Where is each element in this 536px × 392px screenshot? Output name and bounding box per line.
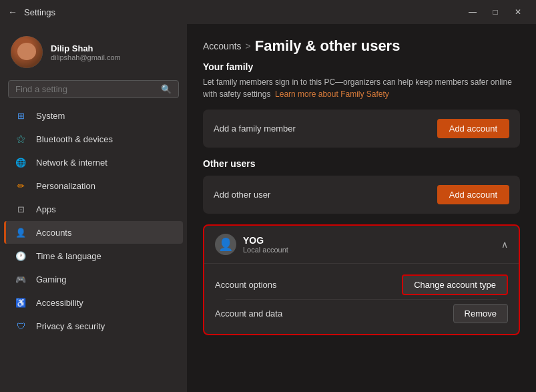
add-family-label: Add a family member <box>214 124 296 134</box>
user-card-options: Account options Change account type Acco… <box>204 263 519 334</box>
sidebar-item-personalization[interactable]: ✏Personalization <box>4 174 183 197</box>
content-area: Accounts > Family & other users Your fam… <box>187 24 536 392</box>
sidebar-item-label-apps: Apps <box>36 204 56 214</box>
sidebar-item-time[interactable]: 🕐Time & language <box>4 244 183 267</box>
sidebar-item-label-bluetooth: Bluetooth & devices <box>36 134 113 144</box>
sidebar-item-system[interactable]: ⊞System <box>4 104 183 127</box>
restore-button[interactable]: □ <box>485 5 505 19</box>
account-data-label: Account and data <box>215 309 282 319</box>
time-icon: 🕐 <box>15 250 27 262</box>
sidebar-item-label-system: System <box>36 111 65 121</box>
user-account-type: Local account <box>243 246 288 254</box>
breadcrumb-link[interactable]: Accounts <box>203 41 242 51</box>
breadcrumb-separator: > <box>246 41 251 51</box>
add-other-row: Add other user Add account <box>203 176 520 214</box>
titlebar-title: Settings <box>24 7 55 17</box>
sidebar-item-label-personalization: Personalization <box>36 181 95 191</box>
change-account-type-button[interactable]: Change account type <box>402 274 508 295</box>
back-button[interactable]: ← <box>8 7 17 17</box>
family-safety-link[interactable]: Learn more about Family Safety <box>275 89 389 99</box>
remove-button[interactable]: Remove <box>453 304 508 323</box>
sidebar-item-privacy[interactable]: 🛡Privacy & security <box>4 315 183 337</box>
bluetooth-icon: ⚝ <box>15 133 27 145</box>
sidebar-item-apps[interactable]: ⊡Apps <box>4 198 183 220</box>
sidebar-item-label-accessibility: Accessibility <box>36 298 83 308</box>
sidebar-item-accounts[interactable]: 👤Accounts <box>4 221 183 244</box>
sidebar-item-label-network: Network & internet <box>36 158 107 168</box>
sidebar-item-bluetooth[interactable]: ⚝Bluetooth & devices <box>4 128 183 150</box>
chevron-up-icon: ∧ <box>501 239 508 250</box>
family-add-row: Add a family member Add account <box>203 110 520 148</box>
profile-name: Dilip Shah <box>51 43 121 53</box>
breadcrumb: Accounts > Family & other users <box>203 37 520 55</box>
gaming-icon: 🎮 <box>15 273 27 285</box>
personalization-icon: ✏ <box>15 180 27 192</box>
titlebar: ← Settings — □ ✕ <box>0 0 536 24</box>
sidebar-item-label-time: Time & language <box>36 251 101 261</box>
user-icon: 👤 <box>215 234 236 255</box>
family-section-desc: Let family members sign in to this PC—or… <box>203 76 520 100</box>
add-other-button[interactable]: Add account <box>437 185 509 204</box>
family-section-title: Your family <box>203 61 520 72</box>
user-card-info: 👤 YOG Local account <box>215 234 288 255</box>
search-box[interactable]: 🔍 <box>8 80 179 98</box>
avatar <box>11 36 43 68</box>
search-icon: 🔍 <box>161 84 172 94</box>
sidebar-item-network[interactable]: 🌐Network & internet <box>4 151 183 174</box>
search-input[interactable] <box>15 84 161 94</box>
main-layout: Dilip Shah dilipshah@gmail.com 🔍 ⊞System… <box>0 24 536 392</box>
sidebar-item-gaming[interactable]: 🎮Gaming <box>4 268 183 290</box>
user-profile[interactable]: Dilip Shah dilipshah@gmail.com <box>0 24 187 77</box>
family-add-card: Add a family member Add account <box>203 110 520 148</box>
page-title: Family & other users <box>255 37 400 55</box>
user-card-yog: 👤 YOG Local account ∧ Account options Ch… <box>203 224 520 335</box>
accounts-icon: 👤 <box>15 226 27 238</box>
network-icon: 🌐 <box>15 156 27 168</box>
account-options-label: Account options <box>215 280 277 290</box>
accessibility-icon: ♿ <box>15 297 27 309</box>
titlebar-left: ← Settings <box>8 7 55 17</box>
account-data-row: Account and data Remove <box>215 300 508 327</box>
close-button[interactable]: ✕ <box>508 5 528 19</box>
system-icon: ⊞ <box>15 110 27 122</box>
other-users-title: Other users <box>203 158 520 169</box>
sidebar-item-label-privacy: Privacy & security <box>36 321 105 331</box>
sidebar-item-label-gaming: Gaming <box>36 274 67 284</box>
add-family-button[interactable]: Add account <box>437 119 509 138</box>
minimize-button[interactable]: — <box>463 5 483 19</box>
apps-icon: ⊡ <box>15 203 27 215</box>
profile-email: dilipshah@gmail.com <box>51 53 121 61</box>
user-name: YOG <box>243 235 288 246</box>
account-options-row: Account options Change account type <box>215 270 508 299</box>
titlebar-controls: — □ ✕ <box>463 5 528 19</box>
sidebar: Dilip Shah dilipshah@gmail.com 🔍 ⊞System… <box>0 24 187 392</box>
nav-container: ⊞System⚝Bluetooth & devices🌐Network & in… <box>0 104 187 338</box>
sidebar-item-accessibility[interactable]: ♿Accessibility <box>4 291 183 314</box>
sidebar-item-label-accounts: Accounts <box>36 228 71 238</box>
other-users-card: Add other user Add account <box>203 176 520 214</box>
profile-info: Dilip Shah dilipshah@gmail.com <box>51 43 121 61</box>
privacy-icon: 🛡 <box>15 320 27 332</box>
user-card-header[interactable]: 👤 YOG Local account ∧ <box>204 226 519 263</box>
add-other-label: Add other user <box>214 190 270 200</box>
